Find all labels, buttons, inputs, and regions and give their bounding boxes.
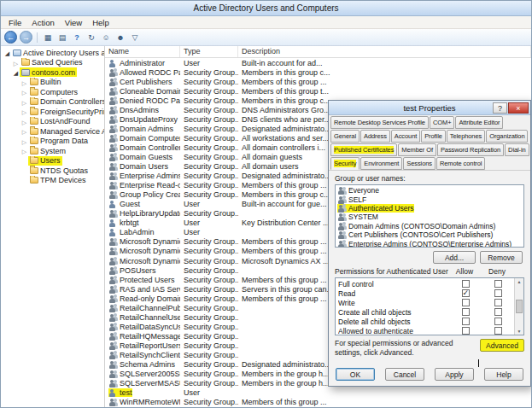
deny-checkbox[interactable] [494, 280, 502, 288]
expander-icon[interactable] [20, 87, 28, 96]
tree-item[interactable]: Users [1, 156, 104, 166]
tree-item[interactable]: contoso.com [1, 67, 104, 78]
dialog-tab[interactable]: Published Certificates [330, 143, 397, 156]
Cert Publishers[interactable]: Cert Publishers Security Group... Member… [105, 77, 531, 86]
dialog-tab[interactable]: Environment [360, 157, 402, 170]
dialog-tab[interactable]: Password Replication [437, 143, 504, 156]
expander-icon[interactable] [12, 67, 20, 77]
title-bar[interactable]: Active Directory Users and Computers [1, 1, 531, 16]
new-group-icon[interactable]: ☻ [114, 32, 126, 44]
menu-item[interactable]: View [60, 18, 87, 27]
group-list-item[interactable]: Domain Admins (CONTOSO\Domain Admins) [336, 222, 523, 230]
Allowed RODC Password ...[interactable]: Allowed RODC Password ... Security Group… [105, 67, 531, 77]
advanced-button[interactable]: Advanced [480, 339, 524, 352]
dialog-tab[interactable]: Telephones [447, 130, 485, 143]
group-list-item[interactable]: Authenticated Users [336, 204, 523, 213]
dialog-tab[interactable]: COM+ [430, 116, 454, 129]
dialog-button[interactable]: Help [484, 368, 523, 381]
dialog-help-icon[interactable]: ? [493, 102, 507, 114]
tree-item[interactable]: System [1, 146, 104, 156]
column-header[interactable]: Description [238, 46, 531, 57]
tree-item[interactable]: TPM Devices [1, 176, 104, 186]
new-user-icon[interactable]: ☺ [100, 32, 112, 44]
Cloneable Domain Contr...[interactable]: Cloneable Domain Contr... Security Group… [105, 86, 531, 96]
dialog-tab[interactable]: Security [330, 157, 360, 170]
expander-icon[interactable] [20, 78, 28, 87]
expander-icon[interactable] [20, 97, 28, 107]
allow-checkbox[interactable] [462, 289, 470, 297]
dialog-tab[interactable]: Address [360, 130, 390, 143]
allow-checkbox[interactable] [462, 280, 470, 288]
tree-item[interactable]: Builtin [1, 78, 104, 88]
scrollbar[interactable] [514, 278, 523, 335]
expander-icon[interactable] [20, 137, 28, 146]
dialog-button[interactable]: OK [336, 368, 375, 381]
allow-checkbox[interactable] [462, 299, 470, 306]
allow-checkbox[interactable] [462, 318, 470, 325]
expander-icon[interactable] [3, 48, 11, 57]
object-type: Security Group... [180, 162, 238, 172]
expander-icon[interactable] [20, 126, 28, 136]
group-list-item[interactable]: Everyone [336, 186, 523, 195]
back-icon[interactable]: ← [4, 31, 17, 44]
expander-icon[interactable] [12, 58, 20, 67]
WinRMRemoteWMIUsers...[interactable]: WinRMRemoteWMIUsers... Security Group...… [105, 398, 531, 407]
dialog-tab[interactable]: Attribute Editor [455, 116, 503, 129]
show-console-tree-icon[interactable]: ▦ [42, 32, 54, 44]
list-button[interactable]: Remove [480, 251, 523, 264]
deny-checkbox[interactable] [494, 289, 502, 297]
group-list-item[interactable]: SYSTEM [336, 213, 523, 221]
object-icon [108, 78, 118, 86]
tree-item[interactable]: Saved Queries [1, 58, 104, 68]
dialog-tab[interactable]: Organization [486, 130, 528, 143]
deny-checkbox[interactable] [494, 308, 502, 316]
forward-icon[interactable]: → [20, 31, 32, 44]
scrollbar-thumb[interactable] [516, 300, 523, 313]
menu-item[interactable]: Help [87, 18, 114, 27]
tree-item[interactable]: ForeignSecurityPrincipal [1, 107, 104, 117]
menu-item[interactable]: Action [26, 18, 59, 27]
expander-icon[interactable] [20, 146, 28, 155]
dialog-close-icon[interactable]: × [508, 102, 529, 114]
test[interactable]: test User [105, 388, 531, 398]
refresh-icon[interactable]: ↻ [85, 32, 97, 44]
allow-checkbox[interactable] [462, 308, 470, 316]
dialog-tab[interactable]: General [330, 130, 360, 143]
tree-item[interactable]: LostAndFound [1, 117, 104, 127]
dialog-tab[interactable]: Profile [421, 130, 446, 143]
group-list-item[interactable]: SELF [336, 195, 523, 203]
tree-item[interactable]: NTDS Quotas [1, 166, 104, 176]
tree-item[interactable]: Active Directory Users and Com [1, 48, 104, 58]
export-list-icon[interactable]: ▤ [56, 32, 68, 44]
Administrator[interactable]: Administrator User Built-in account for … [105, 58, 531, 67]
tree-item[interactable]: Computers [1, 87, 104, 97]
scroll-up-icon[interactable] [517, 279, 522, 284]
scroll-down-icon[interactable] [517, 329, 522, 334]
menu-item[interactable]: File [3, 18, 26, 27]
dialog-title-bar[interactable]: test Properties ? × [329, 101, 530, 115]
expander-icon[interactable] [20, 107, 28, 116]
dialog-tab[interactable]: Remote Desktop Services Profile [330, 116, 429, 129]
dialog-tab[interactable]: Dial-in [505, 143, 529, 156]
expander-icon[interactable] [20, 117, 28, 126]
dialog-tab[interactable]: Sessions [403, 157, 436, 170]
dialog-button[interactable]: Apply [435, 368, 474, 381]
dialog-tab[interactable]: Member Of [398, 143, 436, 156]
help-icon[interactable]: ? [71, 32, 83, 44]
tree-item[interactable]: Domain Controllers [1, 97, 104, 108]
tree-item[interactable]: Program Data [1, 137, 104, 147]
group-list-item[interactable]: Cert Publishers (CONTOSO\Cert Publishers… [336, 230, 523, 239]
column-header[interactable]: Name [105, 46, 180, 57]
dialog-tab[interactable]: Remote control [436, 157, 485, 170]
allow-checkbox[interactable] [462, 327, 470, 335]
filter-icon[interactable]: ▽ [129, 32, 141, 44]
column-header[interactable]: Type [180, 46, 238, 57]
list-button[interactable]: Add... [433, 251, 476, 264]
deny-checkbox[interactable] [494, 299, 502, 306]
group-list-item[interactable]: Enterprise Admins (CONTOSO\Enterprise Ad… [336, 239, 523, 248]
deny-checkbox[interactable] [494, 327, 502, 335]
tree-item[interactable]: Managed Service Accou [1, 126, 104, 137]
dialog-button[interactable]: Cancel [385, 368, 424, 381]
deny-checkbox[interactable] [494, 318, 502, 325]
dialog-tab[interactable]: Account [391, 130, 420, 143]
